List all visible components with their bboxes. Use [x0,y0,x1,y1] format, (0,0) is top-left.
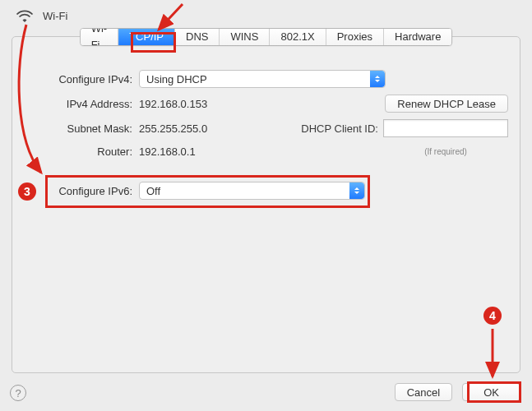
svg-line-0 [159,4,183,30]
annotation-step-4: 4 [483,307,502,325]
annotation-box-ok [467,381,521,403]
cancel-button[interactable]: Cancel [395,383,452,401]
annotation-step-3: 3 [18,182,36,201]
value-router: 192.168.0.1 [139,145,196,158]
dialog-title: Wi-Fi [43,10,67,22]
label-dhcp-client-id: DHCP Client ID: [301,122,383,135]
input-dhcp-client-id[interactable] [383,119,508,137]
tab-wins[interactable]: WINS [220,29,270,45]
tab-dns[interactable]: DNS [175,29,220,45]
annotation-box-ipv6 [45,175,370,208]
row-ipv4-address: IPv4 Address: 192.168.0.153 Renew DHCP L… [12,91,520,116]
tab-wifi[interactable]: Wi-Fi [81,29,119,45]
row-configure-ipv4: Configure IPv4: Using DHCP [12,67,520,91]
tab-proxies[interactable]: Proxies [326,29,384,45]
label-router: Router: [12,145,139,158]
label-ipv4-address: IPv4 Address: [12,98,139,110]
label-subnet-mask: Subnet Mask: [12,122,139,135]
select-configure-ipv4-value: Using DHCP [146,73,207,85]
network-advanced-dialog: Wi-Fi Wi-Fi TCP/IP DNS WINS 802.1X Proxi… [0,0,532,411]
value-subnet-mask: 255.255.255.0 [139,122,207,135]
label-configure-ipv4: Configure IPv4: [12,73,139,85]
chevron-updown-icon [370,71,385,87]
wifi-icon [15,8,35,23]
tab-8021x[interactable]: 802.1X [270,29,326,45]
help-button[interactable]: ? [10,385,26,401]
hint-dhcp-client-id: (If required) [383,147,508,156]
row-router: Router: 192.168.0.1 (If required) [12,141,520,162]
dialog-title-row: Wi-Fi [15,8,67,23]
select-configure-ipv4[interactable]: Using DHCP [139,70,386,88]
tab-hardware[interactable]: Hardware [384,29,451,45]
renew-dhcp-lease-button[interactable]: Renew DHCP Lease [385,95,508,113]
annotation-box-tcpip [131,32,176,53]
row-subnet-mask: Subnet Mask: 255.255.255.0 DHCP Client I… [12,116,520,141]
value-ipv4-address: 192.168.0.153 [139,98,207,110]
